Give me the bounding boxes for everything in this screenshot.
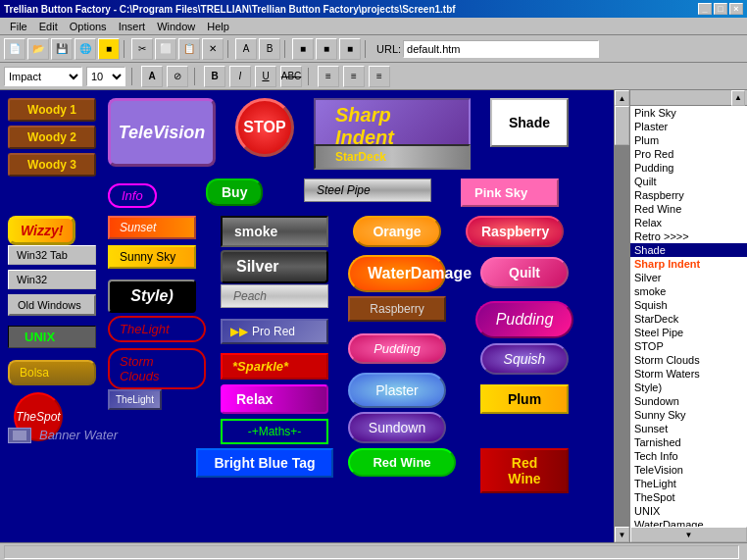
thelight2-button[interactable]: TheLight	[108, 389, 162, 410]
rp-scroll-up[interactable]: ▲	[731, 90, 745, 106]
smoke-button[interactable]: Silver	[221, 250, 328, 283]
pudding-button[interactable]: Pudding	[475, 301, 573, 338]
bold-button[interactable]: B	[204, 66, 225, 87]
sparkle-button[interactable]: Pudding	[348, 333, 446, 364]
preview-button[interactable]: 🌐	[75, 38, 96, 60]
save-button[interactable]: 💾	[51, 38, 73, 60]
underline-button[interactable]: U	[255, 66, 276, 87]
rp-item-sharp-indent[interactable]: Sharp Indent	[630, 257, 747, 271]
menu-edit[interactable]: Edit	[33, 20, 64, 33]
maximize-button[interactable]: □	[714, 3, 727, 15]
rp-item-thelight[interactable]: TheLight	[630, 477, 747, 490]
rp-item-smoke[interactable]: smoke	[630, 284, 747, 298]
retro-button[interactable]: Red Wine	[348, 448, 456, 477]
woody3-button[interactable]: Woody 3	[8, 153, 96, 177]
bolsa-button[interactable]: Bolsa	[8, 360, 96, 385]
rp-item-stop[interactable]: STOP	[630, 339, 747, 353]
close-button[interactable]: ×	[729, 3, 743, 15]
tool-b[interactable]: B	[259, 38, 280, 60]
relax-button[interactable]: Relax	[221, 384, 328, 414]
cut-button[interactable]: ✂	[131, 38, 153, 60]
rp-item-pink-sky[interactable]: Pink Sky	[630, 106, 747, 120]
rp-item-pro-red[interactable]: Pro Red	[630, 147, 747, 161]
rp-item-tech-info[interactable]: Tech Info	[630, 449, 747, 463]
red-wine-button[interactable]: Red Wine	[480, 448, 569, 493]
steel-pipe-button[interactable]: Steel Pipe	[304, 178, 431, 202]
bright-blue-tag-button[interactable]: Bright Blue Tag	[196, 448, 333, 478]
rp-item-red-wine[interactable]: Red Wine	[630, 202, 747, 216]
rp-item-squish[interactable]: Squish	[630, 298, 747, 312]
old-windows-button[interactable]: Old Windows	[8, 294, 96, 316]
plaster-button[interactable]: Plaster	[348, 373, 446, 408]
font-a-button[interactable]: A	[141, 66, 163, 87]
tool-d[interactable]: ■	[316, 38, 337, 60]
stop-button[interactable]: STOP	[235, 98, 294, 157]
color-button[interactable]: ■	[98, 38, 120, 60]
tarnished-button[interactable]: smoke	[221, 216, 328, 247]
rp-item-quilt[interactable]: Quilt	[630, 175, 747, 188]
rp-item-retro[interactable]: Retro >>>>	[630, 229, 747, 243]
rp-item-sundown[interactable]: Sundown	[630, 394, 747, 408]
size-select[interactable]: 10	[86, 67, 125, 86]
menu-window[interactable]: Window	[151, 20, 201, 33]
buy-button[interactable]: Buy	[206, 178, 263, 206]
paste-button[interactable]: 📋	[178, 38, 200, 60]
wizzy-button[interactable]: Wizzy!	[8, 216, 75, 245]
shade-button[interactable]: Shade	[490, 98, 569, 147]
rp-item-tarnished[interactable]: Tarnished	[630, 435, 747, 449]
storm-clouds-button[interactable]: Storm Clouds	[108, 348, 206, 389]
rp-item-silver[interactable]: Silver	[630, 271, 747, 284]
style-button[interactable]: Style)	[108, 280, 196, 313]
rp-item-storm-waters[interactable]: Storm Waters	[630, 367, 747, 381]
tool-e[interactable]: ■	[339, 38, 361, 60]
tool-c[interactable]: ■	[292, 38, 314, 60]
storm-waters-button[interactable]: TheLight	[108, 316, 206, 342]
woody1-button[interactable]: Woody 1	[8, 98, 96, 122]
rp-item-sunny-sky[interactable]: Sunny Sky	[630, 408, 747, 422]
url-input[interactable]	[403, 40, 599, 58]
squish-button[interactable]: Squish	[480, 343, 569, 375]
sunset-button[interactable]: Sunset	[108, 216, 196, 239]
align-center-button[interactable]: ≡	[343, 66, 365, 87]
rp-item-television[interactable]: TeleVision	[630, 463, 747, 477]
win32tab-button[interactable]: Win32 Tab	[8, 245, 96, 265]
orange-button[interactable]: WaterDamage	[348, 255, 446, 292]
rp-item-shade[interactable]: Shade	[630, 243, 747, 257]
font-symbol-button[interactable]: ⊘	[167, 66, 188, 87]
menu-options[interactable]: Options	[64, 20, 113, 33]
align-left-button[interactable]: ≡	[318, 66, 339, 87]
win32-button[interactable]: Win32	[8, 270, 96, 289]
rp-item-plum[interactable]: Plum	[630, 133, 747, 147]
delete-button[interactable]: ✕	[202, 38, 224, 60]
rp-item-storm-clouds[interactable]: Storm Clouds	[630, 353, 747, 367]
align-right-button[interactable]: ≡	[369, 66, 390, 87]
rp-item-waterdamage[interactable]: WaterDamage	[630, 518, 747, 527]
tool-a[interactable]: A	[235, 38, 257, 60]
minimize-button[interactable]: _	[698, 3, 712, 15]
copy-button[interactable]: ⬜	[155, 38, 176, 60]
pink-sky-button[interactable]: Pink Sky	[461, 178, 559, 207]
rp-item-thespot[interactable]: TheSpot	[630, 490, 747, 504]
woody2-button[interactable]: Woody 2	[8, 126, 96, 149]
rp-item-plaster[interactable]: Plaster	[630, 120, 747, 133]
waterdamage-button[interactable]: Raspberry	[348, 296, 446, 322]
unix-button[interactable]: UNIX	[8, 326, 96, 348]
italic-button[interactable]: I	[229, 66, 251, 87]
thelight1-button[interactable]: ▶▶ Pro Red	[221, 319, 328, 344]
silver-button[interactable]: Peach	[221, 284, 328, 308]
pro-red-button[interactable]: *Sparkle*	[221, 353, 328, 380]
plum-button[interactable]: Sundown	[348, 412, 446, 443]
rp-scroll-down[interactable]: ▼	[630, 527, 747, 542]
television-button[interactable]: TeleVision	[108, 98, 216, 167]
window-controls[interactable]: _ □ ×	[698, 3, 743, 15]
canvas-area[interactable]: Woody 1 Woody 2 Woody 3 TeleVision STOP …	[0, 90, 629, 542]
scroll-down-button[interactable]: ▼	[615, 527, 629, 542]
menu-insert[interactable]: Insert	[113, 20, 152, 33]
stardeck-button[interactable]: StarDeck	[314, 144, 471, 170]
rp-item-style[interactable]: Style)	[630, 381, 747, 394]
open-button[interactable]: 📂	[27, 38, 49, 60]
info-button[interactable]: Info	[108, 183, 157, 208]
rp-item-sunset[interactable]: Sunset	[630, 422, 747, 435]
menu-file[interactable]: File	[4, 20, 33, 33]
sunny-sky-button[interactable]: Sunny Sky	[108, 245, 196, 269]
